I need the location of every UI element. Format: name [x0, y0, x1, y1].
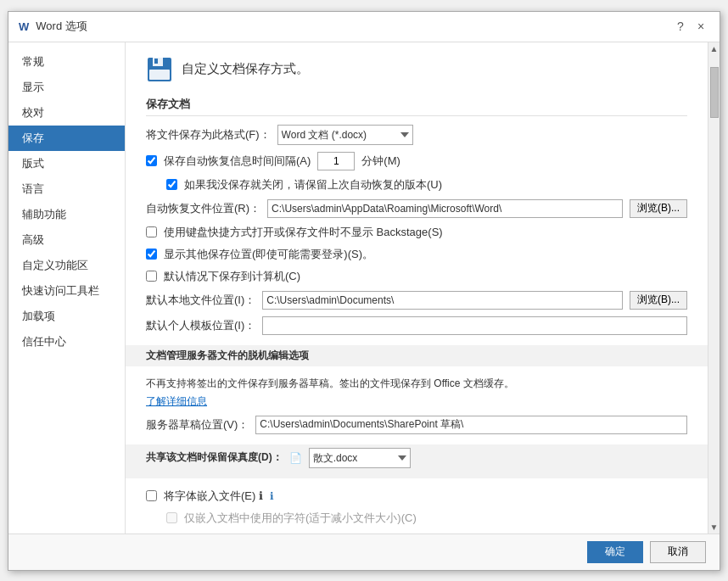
format-label: 将文件保存为此格式(F)：	[146, 127, 271, 142]
main-content: 自定义文档保存方式。 保存文档 将文件保存为此格式(F)： Word 文档 (*…	[126, 42, 708, 534]
autosave-row: 保存自动恢复信息时间间隔(A) 分钟(M)	[146, 152, 687, 170]
scroll-down-button[interactable]: ▼	[710, 522, 719, 532]
sidebar: 常规 显示 校对 保存 版式 语言 辅助功能 高级 自定义功能区 快速访问工具栏…	[8, 42, 126, 534]
autosave-label: 保存自动恢复信息时间间隔(A)	[164, 154, 311, 169]
default-location-row: 默认本地文件位置(I)： 浏览(B)...	[146, 291, 687, 310]
default-template-row: 默认个人模板位置(I)：	[146, 316, 687, 335]
scroll-up-button[interactable]: ▲	[710, 44, 719, 53]
embed-only-used-label: 仅嵌入文档中使用的字符(适于减小文件大小)(C)	[184, 511, 417, 526]
title-bar: W Word 选项 ? ×	[8, 12, 720, 42]
sidebar-item-addins[interactable]: 加载项	[8, 304, 125, 329]
close-button[interactable]: ×	[692, 18, 709, 35]
keep-version-label: 如果我没保存就关闭，请保留上次自动恢复的版本(U)	[184, 177, 442, 193]
default-location-input[interactable]	[262, 291, 623, 310]
dialog-footer: 确定 取消	[8, 534, 720, 570]
scrollbar-thumb[interactable]	[710, 67, 719, 118]
autorecover-row: 自动恢复文件位置(R)： 浏览(B)...	[146, 199, 687, 218]
default-local-label: 默认情况下保存到计算机(C)	[164, 269, 300, 284]
default-local-row: 默认情况下保存到计算机(C)	[146, 269, 687, 284]
doc-icon: 📄	[289, 452, 302, 464]
keyboard-shortcut-row: 使用键盘快捷方式打开或保存文件时不显示 Backstage(S)	[146, 225, 687, 240]
scrollbar[interactable]: ▲ ▼	[708, 42, 720, 534]
keyboard-shortcut-checkbox[interactable]	[146, 226, 157, 237]
sidebar-item-quick-access[interactable]: 快速访问工具栏	[8, 278, 125, 304]
server-section-label: 文档管理服务器文件的脱机编辑选项	[126, 345, 708, 366]
svg-rect-3	[149, 70, 170, 80]
share-label: 共享该文档时保留保真度(D)：	[146, 450, 283, 465]
sidebar-item-advanced[interactable]: 高级	[8, 227, 125, 253]
embed-only-used-row: 仅嵌入文档中使用的字符(适于减小文件大小)(C)	[146, 511, 687, 526]
server-path-input[interactable]	[255, 416, 687, 434]
default-template-input[interactable]	[262, 316, 687, 335]
autorecover-path-input[interactable]	[267, 199, 623, 218]
help-button[interactable]: ?	[672, 18, 689, 35]
browse2-button[interactable]: 浏览(B)...	[630, 291, 687, 310]
embed-fonts-info-icon[interactable]: ℹ	[270, 490, 274, 502]
embed-only-used-checkbox[interactable]	[166, 512, 177, 523]
embed-fonts-label: 将字体嵌入文件(E) ℹ	[164, 489, 263, 504]
show-other-locations-checkbox[interactable]	[146, 249, 157, 260]
svg-rect-2	[154, 59, 158, 64]
server-info-text: 不再支持将签出的文件保存到服务器草稿。签出的文件现保存到 Office 文档缓存…	[146, 377, 687, 391]
show-other-locations-label: 显示其他保存位置(即使可能需要登录)(S)。	[164, 247, 373, 262]
word-options-dialog: W Word 选项 ? × 常规 显示 校对 保存 版式 语言 辅助功能 高级 …	[8, 11, 720, 571]
sidebar-item-proofing[interactable]: 校对	[8, 100, 125, 126]
default-local-checkbox[interactable]	[146, 271, 157, 282]
browse1-button[interactable]: 浏览(B)...	[630, 199, 687, 218]
share-row: 共享该文档时保留保真度(D)： 📄 散文.docx	[146, 448, 687, 468]
share-file-select[interactable]: 散文.docx	[309, 448, 411, 468]
format-row: 将文件保存为此格式(F)： Word 文档 (*.docx)	[146, 125, 687, 145]
autorecover-label: 自动恢复文件位置(R)：	[146, 201, 260, 216]
dialog-body: 常规 显示 校对 保存 版式 语言 辅助功能 高级 自定义功能区 快速访问工具栏…	[8, 42, 720, 534]
keep-version-row: 如果我没保存就关闭，请保留上次自动恢复的版本(U)	[146, 177, 687, 193]
server-location-row: 服务器草稿位置(V)：	[146, 416, 687, 434]
default-location-label: 默认本地文件位置(I)：	[146, 293, 255, 308]
sidebar-item-accessibility[interactable]: 辅助功能	[8, 202, 125, 227]
sidebar-item-save[interactable]: 保存	[8, 126, 125, 151]
autosave-input[interactable]	[317, 152, 355, 170]
default-template-label: 默认个人模板位置(I)：	[146, 318, 255, 333]
show-other-locations-row: 显示其他保存位置(即使可能需要登录)(S)。	[146, 247, 687, 262]
embed-fonts-checkbox[interactable]	[146, 490, 157, 501]
sidebar-item-language[interactable]: 语言	[8, 176, 125, 202]
share-section-divider: 共享该文档时保留保真度(D)： 📄 散文.docx	[126, 444, 708, 478]
dialog-title: Word 选项	[36, 19, 87, 34]
title-bar-right: ? ×	[672, 18, 709, 35]
sidebar-item-customize-ribbon[interactable]: 自定义功能区	[8, 253, 125, 278]
save-icon	[146, 56, 173, 83]
section-title: 自定义文档保存方式。	[182, 61, 309, 77]
title-bar-left: W Word 选项	[19, 19, 87, 34]
sidebar-item-layout[interactable]: 版式	[8, 151, 125, 176]
cancel-button[interactable]: 取消	[650, 541, 706, 563]
sidebar-item-display[interactable]: 显示	[8, 75, 125, 100]
app-logo: W	[19, 20, 29, 33]
sidebar-item-trust-center[interactable]: 信任中心	[8, 329, 125, 355]
keep-version-checkbox[interactable]	[166, 179, 177, 190]
ok-button[interactable]: 确定	[587, 541, 643, 563]
save-docs-group-label: 保存文档	[146, 97, 687, 116]
learn-more-link[interactable]: 了解详细信息	[146, 395, 207, 407]
autosave-unit: 分钟(M)	[361, 154, 400, 169]
server-location-label: 服务器草稿位置(V)：	[146, 417, 249, 433]
format-select[interactable]: Word 文档 (*.docx)	[277, 125, 413, 145]
autosave-checkbox[interactable]	[146, 155, 157, 166]
sidebar-item-general[interactable]: 常规	[8, 49, 125, 75]
embed-fonts-row: 将字体嵌入文件(E) ℹ ℹ	[146, 489, 687, 504]
section-header: 自定义文档保存方式。	[146, 56, 687, 83]
keyboard-shortcut-label: 使用键盘快捷方式打开或保存文件时不显示 Backstage(S)	[164, 225, 443, 240]
